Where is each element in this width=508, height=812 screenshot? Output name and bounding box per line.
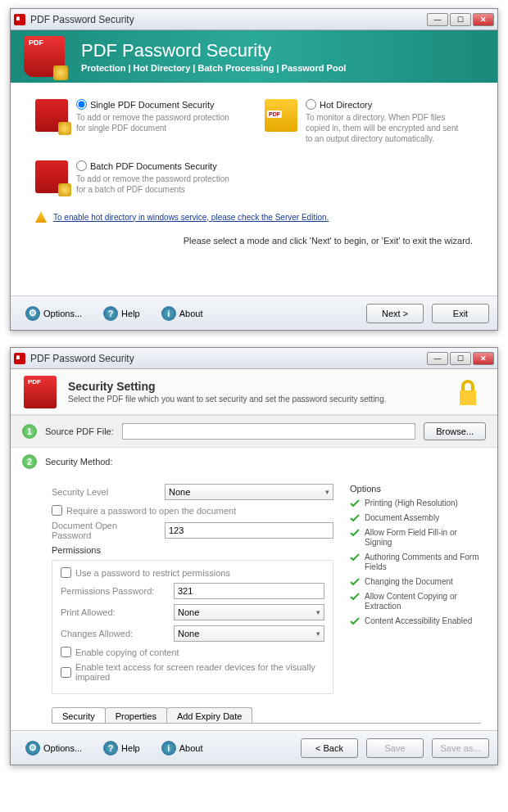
page-subtitle: Select the PDF file which you want to se… [68,395,440,404]
step-1-row: 1 Source PDF File: Browse... [11,415,497,448]
check-icon [350,553,360,562]
option-item: Authoring Comments and Form Fields [350,553,481,572]
help-icon: ? [103,306,118,321]
window-title: PDF Password Security [30,14,427,25]
banner-subtitle: Protection | Hot Directory | Batch Proce… [81,63,346,73]
changes-allowed-select[interactable]: None [174,625,324,642]
options-heading: Options [350,484,481,494]
open-password-label: Document Open Password [52,521,158,540]
radio-batch-input[interactable] [76,160,87,171]
enable-text-access-checkbox[interactable]: Enable text access for screen reader dev… [61,662,324,682]
minimize-button[interactable]: — [427,13,448,26]
security-level-label: Security Level [52,487,158,497]
info-icon: i [161,306,176,321]
options-panel: Options Printing (High Resolution)Docume… [350,484,481,694]
maximize-button[interactable]: ☐ [450,13,471,26]
radio-hot-input[interactable] [306,99,316,110]
pdf-lock-icon [24,36,65,77]
titlebar[interactable]: PDF Password Security — ☐ ✕ [11,348,497,369]
tabs: Security Properties Add Expiry Date [52,707,481,723]
mode-single-desc: To add or remove the password protection… [76,112,232,133]
perm-password-input[interactable] [174,583,324,599]
source-file-label: Source PDF File: [45,426,114,436]
app-icon [14,353,25,364]
titlebar[interactable]: PDF Password Security — ☐ ✕ [11,9,497,30]
tab-expiry[interactable]: Add Expiry Date [166,707,252,723]
check-icon [350,577,360,587]
security-body: Security Level None Require a password t… [11,476,497,699]
option-item: Document Assembly [350,513,481,523]
exit-button[interactable]: Exit [432,304,489,323]
changes-allowed-label: Changes Allowed: [61,629,167,638]
use-permission-password-checkbox[interactable]: Use a password to restrict permissions [61,567,324,578]
pdf-lock-icon [35,99,68,132]
info-icon: i [161,741,176,756]
mode-hot-desc: To monitor a directory. When PDF files c… [306,112,461,144]
pdf-icon [24,376,57,408]
enable-copying-checkbox[interactable]: Enable copying of content [61,647,324,657]
check-icon [350,592,360,602]
help-button[interactable]: ?Help [97,304,147,323]
option-item: Printing (High Resolution) [350,498,481,508]
warning-row: To enable hot directory in windows servi… [35,211,473,223]
security-level-select[interactable]: None [165,484,333,500]
perm-password-label: Permissions Password: [61,586,167,596]
browse-button[interactable]: Browse... [424,422,486,440]
mode-single: Single PDF Document Security To add or r… [35,99,232,144]
about-button[interactable]: iAbout [155,304,210,323]
back-button[interactable]: < Back [301,738,358,758]
window-security-setting: PDF Password Security — ☐ ✕ Security Set… [10,347,498,765]
close-button[interactable]: ✕ [473,13,494,26]
content-area: Single PDF Document Security To add or r… [11,83,497,295]
security-method-label: Security Method: [45,457,113,467]
minimize-button[interactable]: — [427,352,448,365]
check-icon [350,513,360,523]
radio-batch[interactable]: Batch PDF Documents Security [76,160,232,171]
step-1-badge: 1 [22,424,37,439]
page-header: Security Setting Select the PDF file whi… [11,369,497,415]
radio-single-input[interactable] [76,99,87,110]
warning-icon [35,211,47,223]
check-icon [350,616,360,626]
require-password-checkbox[interactable]: Require a password to open the document [52,505,333,516]
folder-icon [265,99,297,132]
check-icon [350,498,360,508]
close-button[interactable]: ✕ [473,352,494,365]
print-allowed-select[interactable]: None [174,604,324,620]
footer: ⚙Options... ?Help iAbout Next > Exit [11,295,497,330]
options-button[interactable]: ⚙Options... [19,304,88,323]
help-button[interactable]: ?Help [97,738,147,758]
app-icon [14,14,25,25]
banner-title: PDF Password Security [81,40,346,61]
radio-hot[interactable]: Hot Directory [306,99,461,110]
mode-batch: Batch PDF Documents Security To add or r… [35,160,232,195]
help-icon: ? [103,741,118,756]
page-title: Security Setting [68,380,440,393]
about-button[interactable]: iAbout [155,738,210,758]
step-2-badge: 2 [22,454,37,469]
window-mode-select: PDF Password Security — ☐ ✕ PDF Password… [10,8,498,331]
save-button[interactable]: Save [366,738,424,758]
window-controls: — ☐ ✕ [427,352,494,365]
options-button[interactable]: ⚙Options... [19,738,88,758]
option-item: Allow Content Copying or Extraction [350,592,481,611]
instruction-text: Please select a mode and click 'Next' to… [35,236,473,246]
option-item: Content Accessibility Enabled [350,616,481,626]
mode-batch-desc: To add or remove the password protection… [76,174,232,195]
open-password-input[interactable] [165,522,333,539]
lock-icon [451,376,484,408]
window-title: PDF Password Security [30,353,427,364]
banner: PDF Password Security Protection | Hot D… [11,30,497,83]
option-item: Changing the Document [350,577,481,587]
tab-security[interactable]: Security [52,707,106,723]
radio-single[interactable]: Single PDF Document Security [76,99,232,110]
source-file-input[interactable] [122,423,415,440]
server-edition-link[interactable]: To enable hot directory in windows servi… [53,213,329,222]
maximize-button[interactable]: ☐ [450,352,471,365]
print-allowed-label: Print Allowed: [61,607,167,617]
check-icon [350,528,360,538]
tab-properties[interactable]: Properties [105,707,167,723]
mode-hot: Hot Directory To monitor a directory. Wh… [265,99,461,144]
next-button[interactable]: Next > [366,304,424,323]
save-as-button[interactable]: Save as... [432,738,489,758]
